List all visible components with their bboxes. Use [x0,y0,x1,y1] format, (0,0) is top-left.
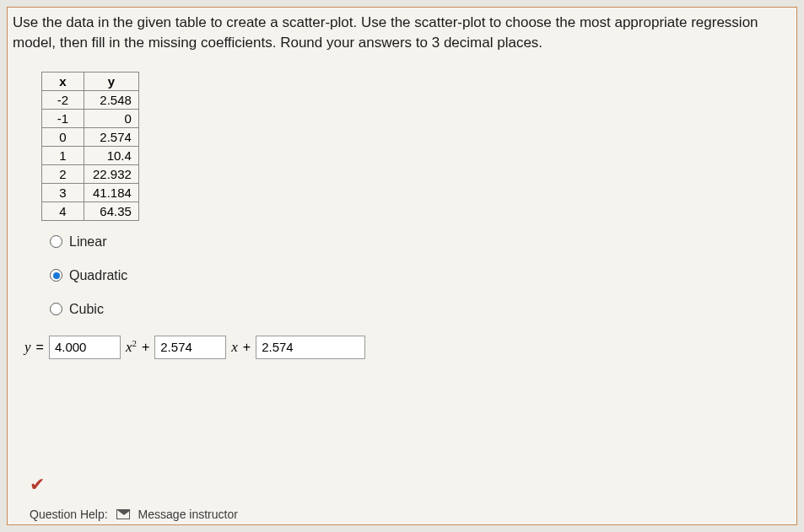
regression-model-group: Linear Quadratic Cubic [50,234,771,317]
table-row: 4 64.35 [42,202,139,220]
question-container: Use the data in the given table to creat… [7,7,797,525]
question-help-label: Question Help: [30,508,108,521]
coef-a-input[interactable]: 4.000 [49,336,121,359]
cell-x: -1 [42,109,84,127]
cell-x: 2 [42,164,84,183]
header-x: x [42,72,84,90]
question-footer: Question Help: Message instructor [30,508,238,521]
table-row: 3 41.184 [42,183,139,202]
checkmark-icon: ✔ [30,474,45,496]
cell-y: 41.184 [84,183,139,202]
content-area: x y -2 2.548 -1 0 0 2.574 1 [8,63,796,368]
cell-y: 10.4 [84,146,139,164]
equation-row: y = 4.000 x2 + 2.574 x + 2.574 [24,336,771,359]
cell-y: 0 [84,109,139,127]
table-row: -1 0 [42,109,139,127]
data-table: x y -2 2.548 -1 0 0 2.574 1 [41,72,139,221]
table-row: 0 2.574 [42,127,139,146]
cell-y: 2.548 [84,90,139,109]
eq-exponent: 2 [132,338,137,348]
table-header-row: x y [42,72,139,90]
message-instructor-link[interactable]: Message instructor [138,508,238,521]
radio-option-quadratic[interactable]: Quadratic [50,268,771,283]
table-row: -2 2.548 [42,90,139,109]
table-row: 2 22.932 [42,164,139,183]
eq-equals: = [36,340,44,355]
cell-y: 22.932 [84,164,139,183]
cell-y: 64.35 [84,202,139,220]
coef-c-input[interactable]: 2.574 [256,336,365,359]
eq-term1: x2 [126,338,137,356]
cell-x: 3 [42,183,84,202]
radio-option-linear[interactable]: Linear [50,234,771,250]
eq-plus: + [142,340,149,355]
radio-icon [50,269,62,282]
eq-lhs: y [24,339,31,356]
question-prompt: Use the data in the given table to creat… [8,8,796,63]
eq-var-x2: x [231,339,238,356]
cell-x: -2 [42,90,84,109]
cell-x: 4 [42,202,84,220]
cell-y: 2.574 [84,127,139,146]
radio-icon [50,303,62,315]
table-row: 1 10.4 [42,146,139,164]
coef-b-input[interactable]: 2.574 [154,336,226,359]
cell-x: 0 [42,127,84,146]
radio-option-cubic[interactable]: Cubic [50,302,771,317]
radio-icon [50,235,62,248]
eq-plus: + [243,340,251,355]
mail-icon [116,509,130,519]
radio-label: Cubic [69,302,104,317]
radio-label: Quadratic [69,268,127,283]
radio-label: Linear [69,234,106,250]
cell-x: 1 [42,146,84,164]
header-y: y [84,72,139,90]
